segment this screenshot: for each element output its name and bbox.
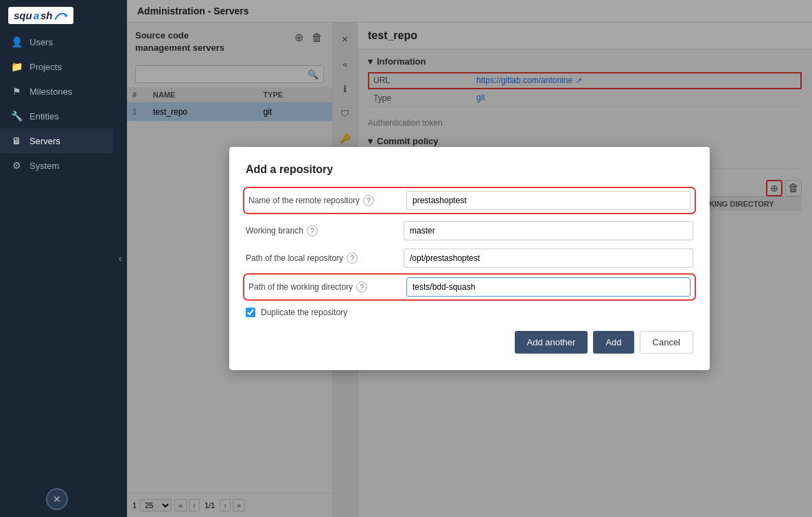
sidebar-item-entities[interactable]: 🔧 Entities xyxy=(0,104,113,128)
local-path-help-icon[interactable]: ? xyxy=(347,253,358,264)
sidebar-label-projects: Projects xyxy=(30,62,62,72)
sidebar-label-servers: Servers xyxy=(30,136,60,146)
duplicate-label: Duplicate the repository xyxy=(261,308,347,317)
sidebar-collapse-button[interactable]: ‹ xyxy=(113,0,127,517)
projects-icon: 📁 xyxy=(10,61,23,72)
sidebar-nav: 👤 Users 📁 Projects ⚑ Milestones 🔧 Entiti… xyxy=(0,30,113,481)
logo-sh-text: sh xyxy=(40,10,53,21)
bottom-close: ✕ xyxy=(0,481,113,517)
collapse-arrow-icon: ‹ xyxy=(119,254,121,264)
add-repository-modal: Add a repository Name of the remote repo… xyxy=(229,147,710,370)
working-dir-input[interactable] xyxy=(406,277,691,297)
add-button[interactable]: Add xyxy=(593,331,634,354)
main-area: Administration - Servers Source codemana… xyxy=(127,0,812,517)
sidebar-item-milestones[interactable]: ⚑ Milestones xyxy=(0,79,113,104)
sidebar-item-projects[interactable]: 📁 Projects xyxy=(0,54,113,79)
branch-field-row: Working branch ? xyxy=(246,221,693,240)
logo-a-text: a xyxy=(34,10,39,21)
sidebar-label-milestones: Milestones xyxy=(30,87,72,97)
local-path-label: Path of the local repository ? xyxy=(246,253,397,264)
name-field-row: Name of the remote repository ? xyxy=(248,191,691,210)
sidebar: squash 👤 Users 📁 Projects ⚑ Milestones 🔧… xyxy=(0,0,113,517)
working-dir-label-text: Path of the working directory xyxy=(248,282,353,292)
branch-label-text: Working branch xyxy=(246,226,303,235)
milestones-icon: ⚑ xyxy=(10,86,23,97)
working-dir-help-icon[interactable]: ? xyxy=(356,282,367,292)
entities-icon: 🔧 xyxy=(10,111,23,122)
sidebar-item-servers[interactable]: 🖥 Servers xyxy=(0,128,113,153)
local-path-label-text: Path of the local repository xyxy=(246,253,343,263)
name-label-text: Name of the remote repository xyxy=(248,196,360,205)
working-dir-field-row-highlighted: Path of the working directory ? xyxy=(246,276,693,298)
sidebar-item-system[interactable]: ⚙ System xyxy=(0,153,113,178)
sidebar-label-system: System xyxy=(30,161,59,171)
local-path-field-row: Path of the local repository ? xyxy=(246,249,693,268)
duplicate-checkbox-row: Duplicate the repository xyxy=(246,308,693,317)
sidebar-label-users: Users xyxy=(30,37,53,47)
sidebar-label-entities: Entities xyxy=(30,111,59,122)
local-path-input[interactable] xyxy=(404,249,693,268)
modal-title: Add a repository xyxy=(246,163,693,176)
users-icon: 👤 xyxy=(10,36,23,47)
branch-label: Working branch ? xyxy=(246,225,397,236)
close-circle-button[interactable]: ✕ xyxy=(46,488,68,510)
logo-text: squ xyxy=(14,10,32,21)
working-dir-field-row: Path of the working directory ? xyxy=(248,277,691,297)
system-icon: ⚙ xyxy=(10,160,23,171)
name-help-icon[interactable]: ? xyxy=(363,195,374,206)
modal-actions: Add another Add Cancel xyxy=(246,331,693,354)
branch-input[interactable] xyxy=(404,221,693,240)
sidebar-item-users[interactable]: 👤 Users xyxy=(0,30,113,54)
duplicate-checkbox[interactable] xyxy=(246,308,255,317)
modal-overlay: Add a repository Name of the remote repo… xyxy=(127,0,812,517)
servers-icon: 🖥 xyxy=(10,135,23,146)
branch-help-icon[interactable]: ? xyxy=(307,225,318,236)
name-field-row-highlighted: Name of the remote repository ? xyxy=(246,189,693,211)
name-label: Name of the remote repository ? xyxy=(248,195,399,206)
name-input[interactable] xyxy=(406,191,691,210)
add-another-button[interactable]: Add another xyxy=(515,331,588,354)
logo-wing-icon xyxy=(54,11,68,21)
logo-box: squash xyxy=(8,7,73,24)
working-dir-label: Path of the working directory ? xyxy=(248,282,399,292)
logo-container: squash xyxy=(0,0,113,30)
cancel-button[interactable]: Cancel xyxy=(640,331,693,354)
